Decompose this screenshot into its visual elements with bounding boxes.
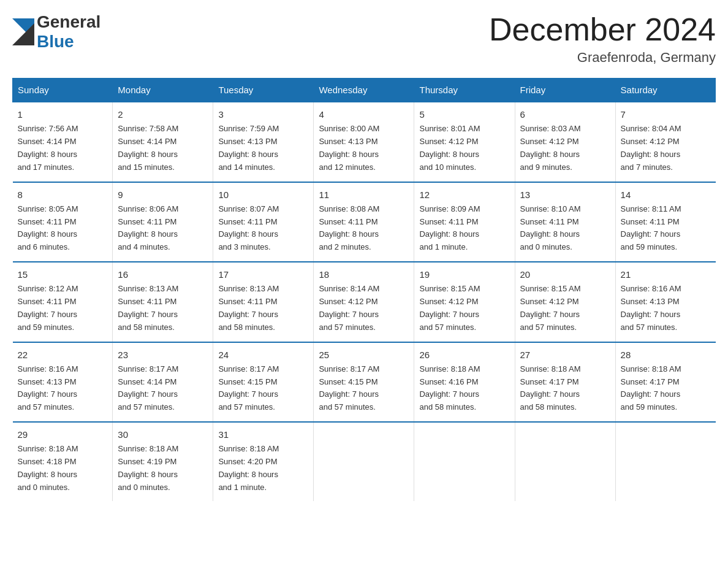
day-number: 18 [319,267,409,282]
calendar-cell: 19Sunrise: 8:15 AM Sunset: 4:12 PM Dayli… [414,262,515,342]
day-info: Sunrise: 8:07 AM Sunset: 4:11 PM Dayligh… [218,203,308,254]
day-info: Sunrise: 8:15 AM Sunset: 4:12 PM Dayligh… [419,283,509,334]
day-number: 12 [419,188,509,202]
day-info: Sunrise: 8:18 AM Sunset: 4:18 PM Dayligh… [18,443,108,494]
day-number: 29 [18,427,108,442]
calendar-cell: 21Sunrise: 8:16 AM Sunset: 4:13 PM Dayli… [615,262,715,342]
calendar-week-row: 8Sunrise: 8:05 AM Sunset: 4:11 PM Daylig… [13,182,716,262]
header-sunday: Sunday [13,79,113,102]
day-number: 6 [520,107,610,121]
day-number: 24 [218,348,308,362]
day-info: Sunrise: 7:59 AM Sunset: 4:13 PM Dayligh… [218,123,308,174]
day-info: Sunrise: 8:16 AM Sunset: 4:13 PM Dayligh… [621,283,711,334]
title-block: December 2024 Graefenroda, Germany [489,12,716,66]
logo: General Blue [12,12,100,52]
calendar-cell: 3Sunrise: 7:59 AM Sunset: 4:13 PM Daylig… [213,102,314,182]
calendar-cell: 2Sunrise: 7:58 AM Sunset: 4:14 PM Daylig… [113,102,213,182]
day-info: Sunrise: 8:13 AM Sunset: 4:11 PM Dayligh… [118,283,208,334]
calendar-cell: 8Sunrise: 8:05 AM Sunset: 4:11 PM Daylig… [13,182,113,262]
day-number: 21 [621,267,711,282]
day-number: 27 [520,348,610,362]
day-number: 8 [18,188,108,202]
calendar-cell: 5Sunrise: 8:01 AM Sunset: 4:12 PM Daylig… [414,102,515,182]
day-info: Sunrise: 8:00 AM Sunset: 4:13 PM Dayligh… [319,123,409,174]
calendar-cell: 6Sunrise: 8:03 AM Sunset: 4:12 PM Daylig… [515,102,615,182]
logo-icon [12,18,34,45]
day-number: 11 [319,188,409,202]
day-info: Sunrise: 8:04 AM Sunset: 4:12 PM Dayligh… [621,123,711,174]
header-monday: Monday [113,79,213,102]
calendar-cell: 9Sunrise: 8:06 AM Sunset: 4:11 PM Daylig… [113,182,213,262]
day-info: Sunrise: 7:58 AM Sunset: 4:14 PM Dayligh… [118,123,208,174]
calendar-cell [314,422,414,501]
header-friday: Friday [515,79,615,102]
calendar-week-row: 15Sunrise: 8:12 AM Sunset: 4:11 PM Dayli… [13,262,716,342]
day-info: Sunrise: 8:08 AM Sunset: 4:11 PM Dayligh… [319,203,409,254]
day-number: 19 [419,267,509,282]
header-wednesday: Wednesday [314,79,414,102]
day-info: Sunrise: 8:13 AM Sunset: 4:11 PM Dayligh… [218,283,308,334]
day-number: 10 [218,188,308,202]
calendar-week-row: 1Sunrise: 7:56 AM Sunset: 4:14 PM Daylig… [13,102,716,182]
day-number: 26 [419,348,509,362]
day-info: Sunrise: 8:18 AM Sunset: 4:17 PM Dayligh… [621,363,711,414]
calendar-cell: 25Sunrise: 8:17 AM Sunset: 4:15 PM Dayli… [314,342,414,422]
calendar-table: SundayMondayTuesdayWednesdayThursdayFrid… [12,78,716,501]
day-info: Sunrise: 8:03 AM Sunset: 4:12 PM Dayligh… [520,123,610,174]
logo-general: General [37,12,100,32]
header-saturday: Saturday [615,79,715,102]
day-info: Sunrise: 8:17 AM Sunset: 4:15 PM Dayligh… [319,363,409,414]
page-title: December 2024 [489,12,716,47]
calendar-cell: 1Sunrise: 7:56 AM Sunset: 4:14 PM Daylig… [13,102,113,182]
day-info: Sunrise: 8:14 AM Sunset: 4:12 PM Dayligh… [319,283,409,334]
calendar-cell: 13Sunrise: 8:10 AM Sunset: 4:11 PM Dayli… [515,182,615,262]
day-number: 13 [520,188,610,202]
calendar-cell: 18Sunrise: 8:14 AM Sunset: 4:12 PM Dayli… [314,262,414,342]
day-number: 25 [319,348,409,362]
day-info: Sunrise: 8:18 AM Sunset: 4:17 PM Dayligh… [520,363,610,414]
calendar-cell: 29Sunrise: 8:18 AM Sunset: 4:18 PM Dayli… [13,422,113,501]
calendar-cell: 17Sunrise: 8:13 AM Sunset: 4:11 PM Dayli… [213,262,314,342]
calendar-cell: 11Sunrise: 8:08 AM Sunset: 4:11 PM Dayli… [314,182,414,262]
day-info: Sunrise: 8:06 AM Sunset: 4:11 PM Dayligh… [118,203,208,254]
calendar-cell: 30Sunrise: 8:18 AM Sunset: 4:19 PM Dayli… [113,422,213,501]
day-info: Sunrise: 8:18 AM Sunset: 4:16 PM Dayligh… [419,363,509,414]
day-info: Sunrise: 7:56 AM Sunset: 4:14 PM Dayligh… [18,123,108,174]
calendar-cell: 7Sunrise: 8:04 AM Sunset: 4:12 PM Daylig… [615,102,715,182]
calendar-cell [414,422,515,501]
day-number: 2 [118,107,208,121]
calendar-cell [615,422,715,501]
logo-blue: Blue [37,32,100,52]
calendar-cell: 22Sunrise: 8:16 AM Sunset: 4:13 PM Dayli… [13,342,113,422]
calendar-cell: 27Sunrise: 8:18 AM Sunset: 4:17 PM Dayli… [515,342,615,422]
calendar-cell: 31Sunrise: 8:18 AM Sunset: 4:20 PM Dayli… [213,422,314,501]
day-number: 30 [118,427,208,442]
day-number: 17 [218,267,308,282]
calendar-cell [515,422,615,501]
calendar-cell: 4Sunrise: 8:00 AM Sunset: 4:13 PM Daylig… [314,102,414,182]
day-info: Sunrise: 8:17 AM Sunset: 4:14 PM Dayligh… [118,363,208,414]
day-number: 31 [218,427,308,442]
calendar-cell: 24Sunrise: 8:17 AM Sunset: 4:15 PM Dayli… [213,342,314,422]
calendar-header-row: SundayMondayTuesdayWednesdayThursdayFrid… [13,79,716,102]
day-number: 5 [419,107,509,121]
day-info: Sunrise: 8:05 AM Sunset: 4:11 PM Dayligh… [18,203,108,254]
calendar-week-row: 22Sunrise: 8:16 AM Sunset: 4:13 PM Dayli… [13,342,716,422]
calendar-week-row: 29Sunrise: 8:18 AM Sunset: 4:18 PM Dayli… [13,422,716,501]
header-tuesday: Tuesday [213,79,314,102]
day-info: Sunrise: 8:09 AM Sunset: 4:11 PM Dayligh… [419,203,509,254]
page-header: General Blue December 2024 Graefenroda, … [12,12,716,66]
day-number: 14 [621,188,711,202]
day-number: 15 [18,267,108,282]
day-number: 28 [621,348,711,362]
day-number: 16 [118,267,208,282]
day-info: Sunrise: 8:10 AM Sunset: 4:11 PM Dayligh… [520,203,610,254]
calendar-cell: 10Sunrise: 8:07 AM Sunset: 4:11 PM Dayli… [213,182,314,262]
day-info: Sunrise: 8:11 AM Sunset: 4:11 PM Dayligh… [621,203,711,254]
subtitle: Graefenroda, Germany [489,50,716,66]
day-number: 7 [621,107,711,121]
day-number: 20 [520,267,610,282]
day-info: Sunrise: 8:16 AM Sunset: 4:13 PM Dayligh… [18,363,108,414]
day-number: 1 [18,107,108,121]
day-number: 3 [218,107,308,121]
